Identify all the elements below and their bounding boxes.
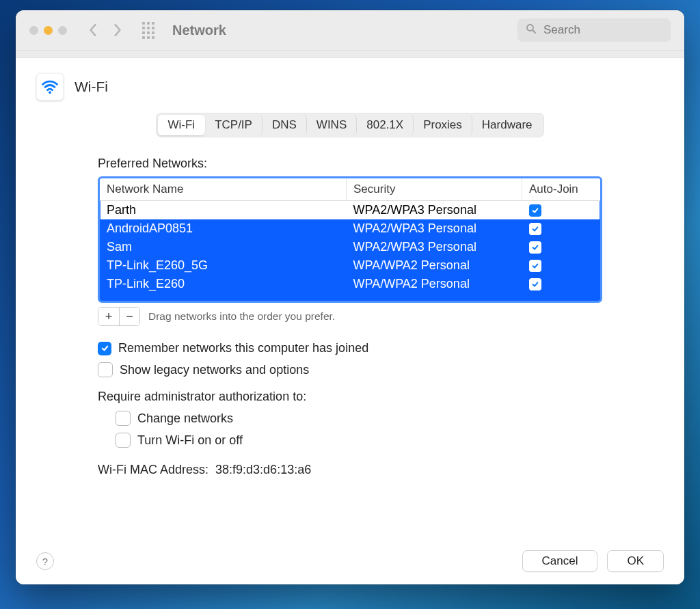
mac-address-label: Wi-Fi MAC Address: — [98, 463, 208, 476]
column-auto-join[interactable]: Auto-Join — [522, 178, 601, 201]
tab-wins[interactable]: WINS — [307, 115, 357, 135]
zoom-dot[interactable] — [58, 26, 67, 35]
cell-auto-join[interactable] — [522, 238, 601, 256]
change-networks-checkbox[interactable] — [116, 411, 131, 426]
turn-wifi-label: Turn Wi-Fi on or off — [137, 433, 243, 448]
table-controls: + − Drag networks into the order you pre… — [98, 307, 602, 326]
cell-security: WPA2/WPA3 Personal — [347, 219, 522, 238]
change-networks-label: Change networks — [137, 411, 233, 426]
back-button[interactable] — [86, 24, 100, 36]
window-title: Network — [172, 23, 226, 38]
content-pane: Wi-Fi Wi-FiTCP/IPDNSWINS802.1XProxiesHar… — [16, 57, 684, 584]
auto-join-checkbox[interactable] — [529, 260, 541, 272]
tab-8021x[interactable]: 802.1X — [357, 115, 414, 135]
search-icon — [526, 23, 537, 37]
search-input[interactable] — [542, 23, 662, 38]
turn-wifi-checkbox[interactable] — [116, 433, 131, 448]
table-row[interactable]: AndroidAP0851WPA2/WPA3 Personal — [100, 219, 600, 238]
cell-network-name: TP-Link_E260 — [100, 275, 347, 293]
auto-join-checkbox[interactable] — [529, 223, 541, 235]
cell-auto-join[interactable] — [522, 201, 601, 220]
tab-wifi[interactable]: Wi-Fi — [158, 115, 205, 135]
page-header: Wi-Fi — [16, 73, 684, 100]
legacy-label: Show legacy networks and options — [120, 363, 309, 377]
help-button[interactable]: ? — [36, 552, 54, 570]
traffic-lights — [29, 26, 67, 35]
titlebar: Network — [16, 10, 684, 51]
cancel-button[interactable]: Cancel — [522, 550, 598, 572]
auto-join-checkbox[interactable] — [529, 204, 541, 217]
wifi-icon — [36, 73, 64, 100]
preferences-window: Network Wi-Fi Wi-FiTCP/IPDNSWINS802.1XPr… — [16, 10, 684, 584]
page-title: Wi-Fi — [75, 79, 108, 95]
remember-label: Remember networks this computer has join… — [118, 341, 368, 355]
cell-network-name: Parth — [100, 201, 347, 220]
search-field[interactable] — [517, 18, 671, 42]
change-networks-row[interactable]: Change networks — [116, 411, 602, 426]
mac-address-value: 38:f9:d3:d6:13:a6 — [215, 463, 311, 476]
column-network-name[interactable]: Network Name — [100, 178, 347, 201]
remember-networks-row[interactable]: Remember networks this computer has join… — [98, 341, 602, 355]
tab-dns[interactable]: DNS — [262, 115, 307, 135]
cell-security: WPA/WPA2 Personal — [347, 256, 522, 275]
remove-network-button[interactable]: − — [119, 308, 139, 325]
drag-hint: Drag networks into the order you prefer. — [148, 310, 335, 323]
minimize-dot[interactable] — [44, 26, 53, 35]
auto-join-checkbox[interactable] — [529, 241, 541, 254]
cell-network-name: TP-Link_E260_5G — [100, 256, 347, 275]
cell-network-name: AndroidAP0851 — [100, 219, 347, 238]
ok-button[interactable]: OK — [607, 550, 664, 572]
cell-network-name: Sam — [100, 238, 347, 256]
mac-address-row: Wi-Fi MAC Address: 38:f9:d3:d6:13:a6 — [98, 463, 602, 477]
cell-auto-join[interactable] — [522, 275, 601, 293]
forward-button[interactable] — [111, 24, 124, 36]
preferred-networks-label: Preferred Networks: — [98, 157, 602, 171]
table-row[interactable]: TP-Link_E260_5GWPA/WPA2 Personal — [100, 256, 600, 275]
column-security[interactable]: Security — [347, 178, 522, 201]
tab-tcpip[interactable]: TCP/IP — [205, 115, 262, 135]
table-row[interactable]: SamWPA2/WPA3 Personal — [100, 238, 600, 256]
cell-auto-join[interactable] — [522, 256, 601, 275]
table-row[interactable]: TP-Link_E260WPA/WPA2 Personal — [100, 275, 600, 293]
remember-checkbox[interactable] — [98, 342, 111, 355]
table-row-partial — [100, 293, 600, 301]
legacy-networks-row[interactable]: Show legacy networks and options — [98, 362, 602, 377]
auto-join-checkbox[interactable] — [529, 278, 541, 290]
cell-security: WPA2/WPA3 Personal — [347, 201, 522, 220]
add-network-button[interactable]: + — [98, 308, 119, 325]
close-dot[interactable] — [29, 26, 38, 35]
turn-wifi-row[interactable]: Turn Wi-Fi on or off — [116, 433, 602, 448]
footer: ? Cancel OK — [16, 550, 684, 572]
show-all-icon[interactable] — [142, 22, 157, 39]
cell-auto-join[interactable] — [522, 219, 601, 238]
admin-auth-label: Require administrator authorization to: — [98, 390, 602, 404]
legacy-checkbox[interactable] — [98, 362, 113, 377]
svg-point-2 — [49, 91, 51, 94]
tab-body: Preferred Networks: Network Name Securit… — [16, 137, 684, 477]
tab-proxies[interactable]: Proxies — [414, 115, 472, 135]
cell-security: WPA2/WPA3 Personal — [347, 238, 522, 256]
svg-line-1 — [533, 30, 535, 33]
tab-bar: Wi-FiTCP/IPDNSWINS802.1XProxiesHardware — [156, 113, 543, 137]
cell-security: WPA/WPA2 Personal — [347, 275, 522, 293]
table-row[interactable]: ParthWPA2/WPA3 Personal — [100, 201, 600, 220]
tab-hardware[interactable]: Hardware — [472, 115, 542, 135]
networks-table[interactable]: Network Name Security Auto-Join ParthWPA… — [98, 176, 602, 303]
